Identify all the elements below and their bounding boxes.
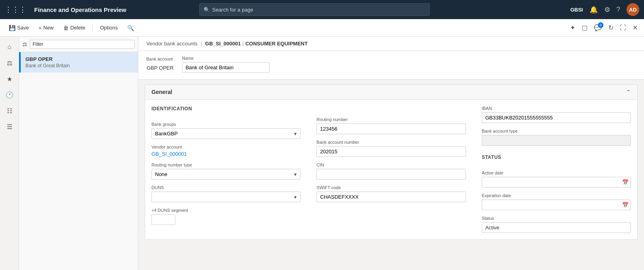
swift-code-field: SWIFT code bbox=[316, 185, 466, 202]
home-button[interactable]: ⌂ bbox=[2, 40, 17, 54]
recent-button[interactable]: 🕐 bbox=[2, 88, 17, 102]
workspaces-button[interactable]: ☷ bbox=[2, 104, 17, 118]
bank-account-number-label: Bank account number bbox=[316, 140, 466, 145]
search-input[interactable] bbox=[212, 7, 425, 13]
duns-select[interactable] bbox=[151, 192, 301, 202]
bank-groups-select-wrap: BankGBP BankUSD BankEUR ▼ bbox=[151, 128, 301, 139]
duns-label: DUNS bbox=[151, 185, 301, 190]
save-icon: 💾 bbox=[9, 25, 16, 31]
close-button[interactable]: ✕ bbox=[631, 22, 639, 33]
filter-input[interactable] bbox=[33, 41, 132, 47]
open-in-button[interactable]: ▢ bbox=[580, 22, 589, 33]
toolbar-right: ✦ ▢ 💬 0 ↻ ⛶ ✕ bbox=[568, 22, 639, 33]
identification-col: IDENTIFICATION Bank groups BankGBP BankU… bbox=[151, 106, 301, 233]
search-bar[interactable]: 🔍 bbox=[199, 3, 430, 16]
status-field: Status Active bbox=[482, 216, 631, 233]
bank-account-value: GBP OPER bbox=[146, 63, 174, 73]
list-panel-filter: ⚖ bbox=[19, 37, 138, 52]
bank-account-label: Bank account bbox=[146, 57, 174, 61]
form-grid: IDENTIFICATION Bank groups BankGBP BankU… bbox=[151, 106, 631, 233]
notification-button[interactable]: 💬 0 bbox=[592, 22, 603, 33]
favorites-button[interactable]: ★ bbox=[2, 72, 17, 86]
filter-icon: ⚖ bbox=[22, 41, 27, 47]
expiration-date-wrap: 📅 bbox=[482, 200, 631, 210]
bank-account-number-input[interactable] bbox=[316, 146, 466, 157]
swift-code-input[interactable] bbox=[316, 192, 466, 202]
plus-icon: + bbox=[39, 25, 42, 31]
duns-field: DUNS ▼ bbox=[151, 185, 301, 202]
routing-type-field: Routing number type None ABA BSB ▼ bbox=[151, 162, 301, 180]
expand-button[interactable]: ⛶ bbox=[618, 23, 628, 33]
vendor-account-label: Vendor account bbox=[151, 145, 301, 149]
list-view-button[interactable]: ☰ bbox=[2, 119, 17, 134]
section-title: General bbox=[151, 89, 172, 95]
list-item[interactable]: GBP OPER Bank of Great Britain bbox=[19, 52, 138, 72]
list-items: GBP OPER Bank of Great Britain bbox=[19, 52, 138, 270]
right-col: IBAN Bank account type STATUS Active dat… bbox=[482, 106, 631, 233]
app-title: Finance and Operations Preview bbox=[34, 6, 126, 13]
toolbar-separator bbox=[92, 23, 93, 33]
routing-number-label: Routing number bbox=[316, 117, 466, 122]
duns-segment-input[interactable] bbox=[151, 214, 175, 225]
bank-account-type-field: Bank account type bbox=[482, 129, 631, 146]
section-body: IDENTIFICATION Bank groups BankGBP BankU… bbox=[145, 100, 637, 239]
swift-code-label: SWIFT code bbox=[316, 185, 466, 190]
routing-type-select[interactable]: None ABA BSB bbox=[151, 169, 301, 180]
duns-select-wrap: ▼ bbox=[151, 192, 301, 202]
breadcrumb: Vendor bank accounts | GB_SI_000001 : CO… bbox=[138, 37, 644, 51]
chevron-up-icon: ⌃ bbox=[626, 89, 631, 95]
active-date-input[interactable] bbox=[482, 177, 631, 188]
bell-icon[interactable]: 🔔 bbox=[590, 6, 598, 14]
section-header[interactable]: General ⌃ bbox=[145, 85, 637, 100]
search-icon: 🔍 bbox=[204, 7, 210, 13]
active-date-label: Active date bbox=[482, 170, 631, 175]
options-button[interactable]: Options bbox=[96, 22, 122, 33]
status-value: Active bbox=[482, 222, 631, 233]
iban-input[interactable] bbox=[482, 112, 631, 123]
duns-segment-label: +4 DUNS segment bbox=[151, 208, 301, 213]
top-nav-right: GBSI 🔔 ⚙ ? AD bbox=[570, 3, 639, 16]
iban-label: IBAN bbox=[482, 106, 631, 111]
item-title: GBP OPER bbox=[25, 56, 133, 62]
cin-input[interactable] bbox=[316, 169, 466, 180]
vendor-account-field: Vendor account GB_SI_000001 bbox=[151, 145, 301, 157]
personalize-button[interactable]: ✦ bbox=[568, 22, 577, 33]
detail-header: Bank account GBP OPER Name bbox=[138, 51, 644, 80]
grid-icon[interactable]: ⋮⋮⋮ bbox=[5, 5, 26, 14]
refresh-button[interactable]: ↻ bbox=[607, 22, 615, 33]
vendor-account-link[interactable]: GB_SI_000001 bbox=[151, 151, 301, 157]
avatar[interactable]: AD bbox=[627, 3, 639, 16]
breadcrumb-separator: | bbox=[201, 41, 202, 47]
save-button[interactable]: 💾 Save bbox=[5, 22, 33, 33]
top-nav: ⋮⋮⋮ Finance and Operations Preview 🔍 GBS… bbox=[0, 0, 644, 19]
settings-icon[interactable]: ⚙ bbox=[604, 6, 610, 14]
item-subtitle: Bank of Great Britain bbox=[25, 63, 133, 68]
bank-account-type-label: Bank account type bbox=[482, 129, 631, 133]
active-date-field: Active date 📅 bbox=[482, 170, 631, 188]
filter-sidebar-button[interactable]: ⚖ bbox=[2, 56, 17, 70]
bank-account-type-input[interactable] bbox=[482, 135, 631, 146]
cin-field: CIN bbox=[316, 162, 466, 180]
expiration-date-field: Expiration date 📅 bbox=[482, 193, 631, 210]
active-date-wrap: 📅 bbox=[482, 177, 631, 188]
routing-type-select-wrap: None ABA BSB ▼ bbox=[151, 169, 301, 180]
expiration-date-input[interactable] bbox=[482, 200, 631, 210]
expiration-date-label: Expiration date bbox=[482, 193, 631, 198]
filter-input-wrap[interactable] bbox=[30, 40, 135, 49]
breadcrumb-parent[interactable]: Vendor bank accounts bbox=[146, 41, 198, 47]
help-icon[interactable]: ? bbox=[617, 6, 620, 14]
search-page-icon: 🔍 bbox=[127, 25, 134, 31]
duns-segment-field: +4 DUNS segment bbox=[151, 208, 301, 225]
status-label: Status bbox=[482, 216, 631, 221]
delete-icon: 🗑 bbox=[63, 25, 69, 31]
bank-groups-select[interactable]: BankGBP BankUSD BankEUR bbox=[151, 128, 301, 139]
bank-name-input[interactable] bbox=[182, 62, 270, 73]
identification-title: IDENTIFICATION bbox=[151, 106, 301, 112]
new-button[interactable]: + New bbox=[35, 22, 58, 33]
bank-groups-label: Bank groups bbox=[151, 122, 301, 127]
delete-button[interactable]: 🗑 Delete bbox=[59, 22, 89, 33]
search-page-button[interactable]: 🔍 bbox=[123, 22, 138, 33]
bank-groups-field: Bank groups BankGBP BankUSD BankEUR ▼ bbox=[151, 122, 301, 139]
routing-number-input[interactable] bbox=[316, 123, 466, 134]
user-code: GBSI bbox=[570, 7, 583, 13]
